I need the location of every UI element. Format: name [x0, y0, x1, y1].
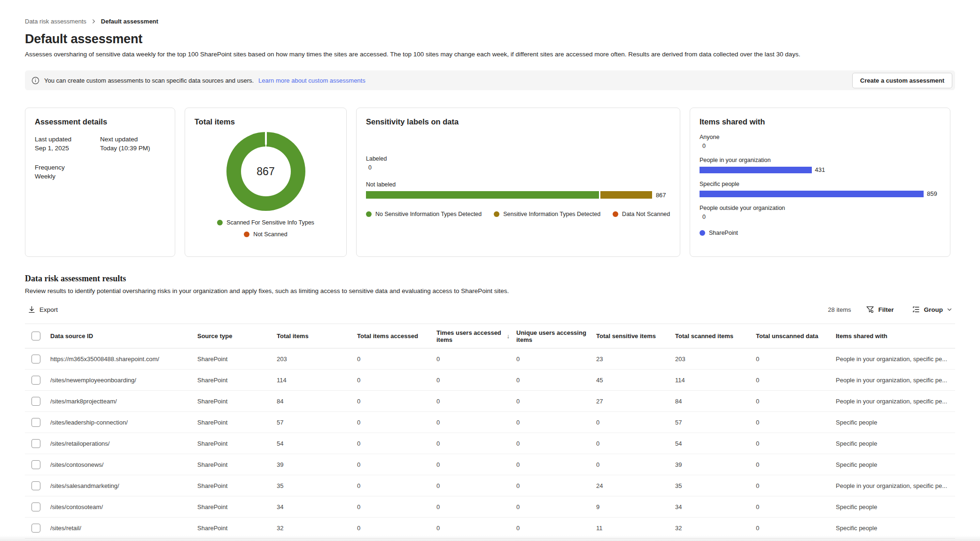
export-button[interactable]: Export — [25, 304, 61, 316]
row-checkbox[interactable] — [31, 481, 40, 490]
people-in-org-row: People in your organization 431 — [700, 157, 941, 173]
cell-times-users-accessed: 0 — [436, 503, 440, 510]
row-checkbox[interactable] — [31, 502, 40, 511]
cell-total-unscanned-data: 0 — [756, 461, 759, 468]
bar-label: People outside your organization — [700, 205, 941, 211]
table-row[interactable]: /sites/contosonews/ SharePoint 39 0 0 0 … — [25, 454, 955, 475]
table-row[interactable]: /sites/contosoteam/ SharePoint 34 0 0 0 … — [25, 496, 955, 518]
cell-total-items: 57 — [277, 419, 283, 426]
summary-cards: Assessment details Last updated Sep 1, 2… — [25, 108, 955, 257]
cell-unique-users: 0 — [516, 356, 520, 363]
group-button[interactable]: Group — [909, 303, 956, 316]
table-row[interactable]: /sites/salesandmarketing/ SharePoint 35 … — [25, 475, 955, 496]
items-shared-card: Items shared with Anyone 0 People in you… — [690, 108, 950, 257]
bar-value: 0 — [700, 143, 941, 149]
frequency-field: Frequency Weekly — [35, 164, 100, 180]
row-checkbox[interactable] — [31, 460, 40, 469]
create-custom-assessment-button[interactable]: Create a custom assessment — [852, 73, 952, 88]
cell-unique-users: 0 — [516, 482, 520, 489]
results-section-description: Review results to identify potential ove… — [25, 287, 955, 294]
row-checkbox[interactable] — [31, 524, 40, 533]
column-header-total-items[interactable]: Total items — [277, 324, 357, 348]
cell-total-items-accessed: 0 — [357, 525, 360, 532]
column-header-data-source-id[interactable]: Data source ID — [50, 324, 197, 348]
cell-unique-users: 0 — [516, 377, 520, 384]
column-header-total-unscanned-data[interactable]: Total unscanned data — [756, 324, 836, 348]
cell-total-unscanned-data: 0 — [756, 419, 759, 426]
filter-funnel-icon — [866, 305, 874, 314]
cell-data-source-id: /sites/contosonews/ — [50, 461, 103, 468]
card-title: Assessment details — [35, 117, 165, 126]
sensitive-legend-dot-icon — [494, 211, 499, 217]
cell-items-shared-with: Specific people — [836, 440, 877, 447]
no-sensitive-detected-segment — [366, 191, 599, 199]
cell-total-unscanned-data: 0 — [756, 377, 759, 384]
group-list-icon — [912, 305, 920, 314]
table-row[interactable]: /sites/retail/ SharePoint 32 0 0 0 11 32… — [25, 518, 955, 539]
cell-total-unscanned-data: 0 — [756, 440, 759, 447]
row-checkbox[interactable] — [31, 418, 40, 427]
table-row[interactable]: /sites/newemployeeonboarding/ SharePoint… — [25, 370, 955, 391]
export-label: Export — [39, 306, 58, 313]
cell-unique-users: 0 — [516, 461, 520, 468]
row-checkbox[interactable] — [31, 376, 40, 385]
table-row[interactable]: /sites/retailoperations/ SharePoint 54 0… — [25, 433, 955, 454]
bar-label: Specific people — [700, 181, 941, 187]
cell-items-shared-with: People in your organization, specific pe… — [836, 356, 947, 363]
info-icon — [31, 77, 39, 85]
legend-item: Data Not Scanned — [613, 211, 670, 217]
sensitivity-legend: No Sensitive Information Types Detected … — [366, 211, 670, 217]
cell-items-shared-with: Specific people — [836, 461, 877, 468]
row-checkbox[interactable] — [31, 397, 40, 406]
cell-unique-users: 0 — [516, 398, 520, 405]
cell-source-type: SharePoint — [197, 419, 227, 426]
legend-item: Sensitive Information Types Detected — [494, 211, 600, 217]
table-row[interactable]: https://m365x35008488.sharepoint.com/ Sh… — [25, 348, 955, 370]
table-header-row: Data source ID Source type Total items T… — [25, 324, 955, 348]
cell-total-unscanned-data: 0 — [756, 356, 759, 363]
cell-times-users-accessed: 0 — [436, 356, 440, 363]
cell-total-items: 84 — [277, 398, 283, 405]
cell-times-users-accessed: 0 — [436, 482, 440, 489]
download-icon — [28, 306, 36, 314]
bar-value: 431 — [815, 166, 825, 173]
banner-text: You can create custom assessments to sca… — [44, 77, 254, 84]
row-checkbox[interactable] — [31, 355, 40, 363]
row-checkbox[interactable] — [31, 439, 40, 448]
cell-total-sensitive-items: 24 — [596, 482, 603, 489]
cell-source-type: SharePoint — [197, 356, 227, 363]
column-header-total-items-accessed[interactable]: Total items accessed — [357, 324, 436, 348]
page-description: Assesses oversharing of sensitive data w… — [25, 51, 955, 58]
table-row[interactable]: /sites/leadership-connection/ SharePoint… — [25, 412, 955, 433]
field-value: Weekly — [35, 173, 100, 180]
cell-source-type: SharePoint — [197, 525, 227, 532]
people-in-org-bar — [700, 167, 812, 173]
cell-total-items-accessed: 0 — [357, 398, 360, 405]
breadcrumb-parent[interactable]: Data risk assessments — [25, 18, 86, 25]
cell-total-sensitive-items: 27 — [596, 398, 603, 405]
column-header-unique-users[interactable]: Unique users accessing items — [516, 324, 596, 348]
legend-label: Data Not Scanned — [622, 211, 670, 217]
no-sensitive-legend-dot-icon — [366, 211, 372, 217]
filter-button[interactable]: Filter — [863, 303, 896, 316]
card-title: Total items — [194, 117, 337, 126]
filter-label: Filter — [878, 306, 894, 313]
learn-more-link[interactable]: Learn more about custom assessments — [258, 77, 366, 84]
column-header-times-users-accessed[interactable]: Times users accessed items ↓ — [436, 324, 516, 348]
not-scanned-legend-dot-icon — [244, 232, 249, 237]
column-header-source-type[interactable]: Source type — [197, 324, 277, 348]
cell-total-unscanned-data: 0 — [756, 525, 759, 532]
shared-legend: SharePoint — [700, 230, 941, 236]
table-row[interactable]: /sites/mark8projectteam/ SharePoint 84 0… — [25, 391, 955, 412]
column-header-total-sensitive-items[interactable]: Total sensitive items — [596, 324, 675, 348]
cell-total-items: 114 — [277, 377, 287, 384]
column-header-items-shared-with[interactable]: Items shared with — [836, 324, 955, 348]
bar-label: People in your organization — [700, 157, 941, 163]
cell-data-source-id: /sites/newemployeeonboarding/ — [50, 377, 136, 384]
select-all-checkbox[interactable] — [31, 332, 40, 340]
cell-total-items: 54 — [277, 440, 283, 447]
bar-label: Anyone — [700, 134, 941, 140]
column-header-total-scanned-items[interactable]: Total scanned items — [675, 324, 756, 348]
cell-total-items: 32 — [277, 525, 283, 532]
cell-times-users-accessed: 0 — [436, 461, 440, 468]
